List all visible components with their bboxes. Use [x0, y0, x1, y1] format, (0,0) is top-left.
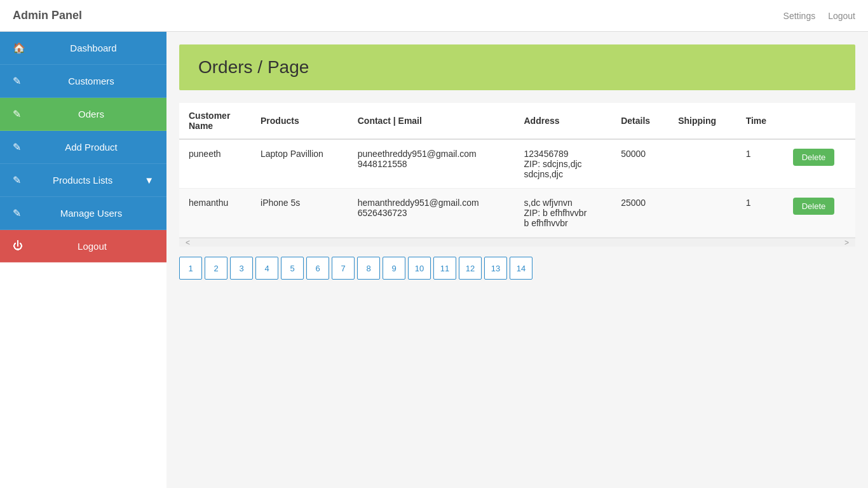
- layout: 🏠 Dashboard ✎ Customers ✎ Oders ✎ Add Pr…: [0, 32, 868, 488]
- sidebar-item-label: Oders: [29, 109, 154, 119]
- cell-details: 50000: [611, 139, 668, 189]
- sidebar-item-label: Dashboard: [33, 43, 154, 53]
- col-details: Details: [611, 103, 668, 139]
- sidebar-item-manage-users[interactable]: ✎ Manage Users: [0, 197, 166, 230]
- home-icon: 🏠: [13, 42, 25, 54]
- col-customer-name: CustomerName: [179, 103, 251, 139]
- cell-time: 1: [736, 189, 783, 238]
- cell-address: 123456789ZIP: sdcjns,djcsdcjns,djc: [515, 139, 612, 189]
- main-content: Orders / Page CustomerName Products Cont…: [166, 32, 868, 488]
- sidebar-item-label: Logout: [31, 241, 154, 252]
- edit-icon: ✎: [13, 174, 21, 186]
- cell-action: Delete: [783, 139, 855, 189]
- cell-contact-email: hemanthreddy951@gmail.com6526436723: [348, 189, 515, 238]
- col-contact-email: Contact | Email: [348, 103, 515, 139]
- page-button[interactable]: 14: [510, 257, 532, 280]
- page-button[interactable]: 9: [383, 257, 405, 280]
- page-button[interactable]: 11: [433, 257, 456, 280]
- scroll-left-icon[interactable]: <: [186, 238, 190, 247]
- cell-shipping: [668, 139, 736, 189]
- col-shipping: Shipping: [668, 103, 736, 139]
- sidebar-item-label: Customers: [29, 76, 154, 86]
- page-button[interactable]: 7: [332, 257, 355, 280]
- table-body: puneeth Laptop Pavillion puneethreddy951…: [179, 139, 855, 238]
- sidebar-item-products-lists[interactable]: ✎ Products Lists ▼: [0, 164, 166, 197]
- cell-time: 1: [736, 139, 783, 189]
- page-button[interactable]: 4: [255, 257, 278, 280]
- col-actions: [783, 103, 855, 139]
- page-title: Orders / Page: [198, 57, 836, 78]
- orders-table-container: CustomerName Products Contact | Email Ad…: [179, 103, 855, 247]
- page-button[interactable]: 6: [306, 257, 329, 280]
- navbar-actions: Settings Logout: [783, 11, 855, 21]
- col-address: Address: [515, 103, 612, 139]
- sidebar-item-add-product[interactable]: ✎ Add Product: [0, 131, 166, 164]
- cell-products: iPhone 5s: [251, 189, 348, 238]
- scroll-right-icon[interactable]: >: [844, 238, 849, 247]
- edit-icon: ✎: [13, 207, 21, 219]
- col-products: Products: [251, 103, 348, 139]
- cell-customer-name: puneeth: [179, 139, 251, 189]
- pagination: 1234567891011121314: [179, 247, 855, 290]
- table-header: CustomerName Products Contact | Email Ad…: [179, 103, 855, 139]
- delete-button[interactable]: Delete: [793, 198, 835, 215]
- table-row: hemanthu iPhone 5s hemanthreddy951@gmail…: [179, 189, 855, 238]
- cell-details: 25000: [611, 189, 668, 238]
- cell-products: Laptop Pavillion: [251, 139, 348, 189]
- power-icon: ⏻: [13, 240, 23, 252]
- chevron-down-icon: ▼: [144, 175, 154, 186]
- col-time: Time: [736, 103, 783, 139]
- sidebar-item-customers[interactable]: ✎ Customers: [0, 65, 166, 98]
- logout-link[interactable]: Logout: [828, 11, 855, 21]
- page-button[interactable]: 3: [230, 257, 253, 280]
- edit-icon: ✎: [13, 108, 21, 120]
- cell-customer-name: hemanthu: [179, 189, 251, 238]
- cell-action: Delete: [783, 189, 855, 238]
- sidebar: 🏠 Dashboard ✎ Customers ✎ Oders ✎ Add Pr…: [0, 32, 166, 488]
- sidebar-item-logout[interactable]: ⏻ Logout: [0, 230, 166, 262]
- scroll-bar[interactable]: < >: [179, 238, 855, 247]
- sidebar-item-oders[interactable]: ✎ Oders: [0, 98, 166, 131]
- settings-link[interactable]: Settings: [783, 11, 816, 21]
- cell-address: s,dc wfjvnvnZIP: b efhfhvvbrb efhfhvvbr: [515, 189, 612, 238]
- sidebar-item-dashboard[interactable]: 🏠 Dashboard: [0, 32, 166, 65]
- sidebar-item-label: Manage Users: [29, 208, 154, 219]
- page-button[interactable]: 1: [179, 257, 202, 280]
- page-button[interactable]: 2: [205, 257, 227, 280]
- delete-button[interactable]: Delete: [793, 149, 835, 166]
- table-row: puneeth Laptop Pavillion puneethreddy951…: [179, 139, 855, 189]
- page-button[interactable]: 13: [484, 257, 507, 280]
- page-button[interactable]: 12: [459, 257, 482, 280]
- sidebar-item-label: Products Lists: [29, 175, 137, 186]
- app-brand: Admin Panel: [13, 9, 82, 22]
- cell-contact-email: puneethreddy951@gmail.com9448121558: [348, 139, 515, 189]
- page-button[interactable]: 8: [357, 257, 380, 280]
- page-button[interactable]: 10: [408, 257, 431, 280]
- page-button[interactable]: 5: [281, 257, 304, 280]
- cell-shipping: [668, 189, 736, 238]
- sidebar-item-label: Add Product: [29, 142, 154, 152]
- orders-table: CustomerName Products Contact | Email Ad…: [179, 103, 855, 238]
- edit-icon: ✎: [13, 141, 21, 153]
- page-header: Orders / Page: [179, 44, 855, 90]
- navbar: Admin Panel Settings Logout: [0, 0, 868, 32]
- edit-icon: ✎: [13, 75, 21, 87]
